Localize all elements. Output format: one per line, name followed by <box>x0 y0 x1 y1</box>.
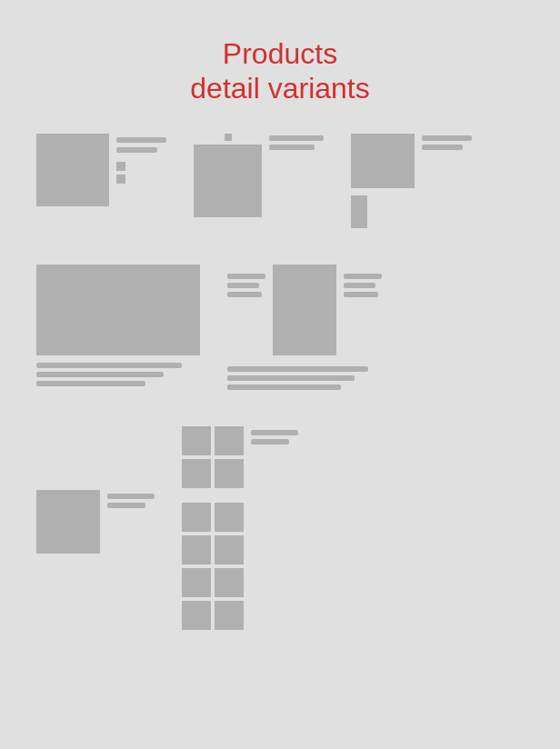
line <box>227 384 341 390</box>
card-d-image <box>36 265 200 355</box>
line <box>107 503 145 508</box>
card-a-image <box>36 134 109 206</box>
card-a <box>36 134 166 206</box>
line <box>344 292 378 297</box>
card-e-top <box>227 265 382 355</box>
cards-container <box>0 106 560 675</box>
card-c-sub-images <box>351 195 472 228</box>
card-e-left-lines <box>227 265 265 297</box>
spacer <box>36 426 155 454</box>
grid-img <box>215 503 244 532</box>
grid-img <box>182 535 211 564</box>
col-gh <box>182 426 298 630</box>
line <box>36 372 164 377</box>
line <box>227 375 355 381</box>
card-c-lines <box>422 135 472 150</box>
card-b-dot <box>225 134 232 141</box>
grid-img <box>182 568 211 597</box>
card-c-wrapper <box>351 134 472 228</box>
card-c-image <box>351 134 415 188</box>
card-b-image <box>194 145 262 217</box>
card-h <box>182 503 298 630</box>
grid-img <box>215 459 244 488</box>
line <box>251 439 289 444</box>
sub-img <box>351 195 367 212</box>
col-f <box>36 426 155 554</box>
card-c <box>351 134 472 188</box>
card-h-grid <box>182 503 298 630</box>
card-a-lines <box>116 137 166 153</box>
card-f-lines <box>107 494 155 508</box>
card-e <box>227 265 382 390</box>
line <box>36 381 145 386</box>
card-b <box>194 134 324 217</box>
sub-img <box>351 212 367 228</box>
grid-img <box>215 601 244 630</box>
grid-img <box>182 601 211 630</box>
card-g-right <box>251 426 298 444</box>
grid-img <box>215 535 244 564</box>
card-b-left <box>194 134 262 217</box>
card-f-image <box>36 490 100 554</box>
line <box>36 363 182 368</box>
card-c-right <box>422 134 472 150</box>
grid-img <box>215 426 244 455</box>
grid-img <box>215 568 244 597</box>
row-1 <box>36 125 524 237</box>
row-2 <box>36 255 524 399</box>
line <box>251 430 298 435</box>
line <box>344 283 375 288</box>
card-d <box>36 265 200 386</box>
grid-img <box>182 426 211 455</box>
line <box>116 147 157 153</box>
card-g-grid <box>182 426 244 488</box>
title-line2: detail variants <box>190 72 369 105</box>
card-b-right <box>269 134 324 150</box>
small-block <box>116 175 125 184</box>
line <box>269 145 315 150</box>
card-e-right-lines <box>344 265 382 297</box>
line <box>422 145 463 150</box>
card-g-lines <box>251 430 298 444</box>
title-line1: Products <box>223 37 337 70</box>
line <box>269 135 324 141</box>
line <box>227 292 262 297</box>
grid-img <box>182 503 211 532</box>
card-d-lines <box>36 363 200 386</box>
line <box>227 366 368 372</box>
line <box>227 283 259 288</box>
card-e-image <box>273 265 336 355</box>
card-f <box>36 490 155 554</box>
row-3 <box>36 417 524 639</box>
card-a-blocks <box>116 162 166 184</box>
line <box>107 494 155 499</box>
grid-img <box>182 459 211 488</box>
line <box>422 135 472 141</box>
card-b-lines <box>269 135 324 150</box>
line <box>227 274 265 279</box>
card-g <box>182 426 298 488</box>
card-a-right <box>116 134 166 184</box>
page-title: Products detail variants <box>190 36 369 106</box>
small-block <box>116 162 125 171</box>
card-e-bottom-lines <box>227 366 382 390</box>
line <box>116 137 166 143</box>
line <box>344 274 382 279</box>
card-f-right <box>107 490 155 508</box>
